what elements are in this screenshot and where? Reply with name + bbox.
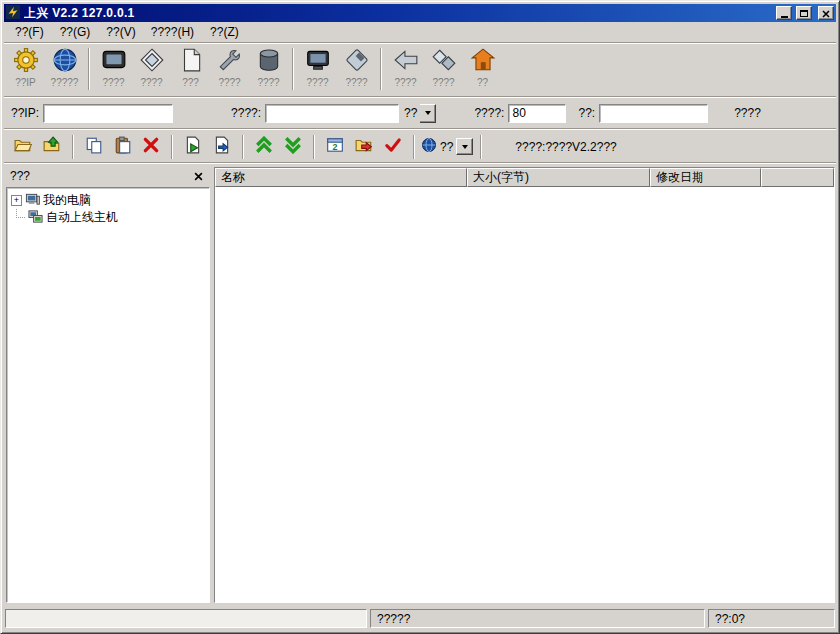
open-folder-button[interactable]	[10, 134, 36, 159]
copy-icon	[85, 136, 103, 157]
status-bar: ????? ??:0?	[4, 605, 836, 630]
document-icon	[178, 47, 204, 76]
transfer-button[interactable]: ????	[424, 46, 463, 94]
file-list-body[interactable]	[215, 187, 834, 602]
menu-item-h[interactable]: ????(H)	[143, 23, 202, 42]
tree-item-my-computer[interactable]: + 我的电脑	[9, 192, 207, 209]
online-hosts-button[interactable]: ?????	[45, 46, 84, 94]
encoding-dropdown-button[interactable]	[456, 138, 473, 155]
protocol-combo[interactable]: ??	[404, 104, 436, 123]
toolbar-separator	[72, 135, 74, 158]
computer-icon	[25, 192, 40, 210]
main-toolbar: ??IP ????? ???? ???? ??? ???? ????	[4, 44, 836, 96]
encoding-combo-label: ??	[440, 140, 453, 154]
menu-item-z[interactable]: ??(Z)	[202, 23, 247, 42]
target-input[interactable]	[265, 104, 399, 123]
menu-item-v[interactable]: ??(V)	[98, 23, 142, 42]
password-input[interactable]	[599, 104, 708, 123]
copy-button[interactable]	[81, 134, 107, 159]
home-icon	[470, 47, 496, 76]
transfer-icon	[431, 47, 457, 76]
file-toolbar-status: ????:????V2.2???	[515, 140, 616, 154]
scan-ip-button[interactable]: ??IP	[6, 46, 45, 94]
screen-control-button[interactable]: ????	[94, 46, 133, 94]
toolbar-separator	[171, 135, 173, 158]
toolbar-separator	[292, 48, 294, 90]
screen-capture-icon	[101, 47, 127, 76]
menu-bar: ??(F) ??(G) ??(V) ????(H) ??(Z)	[4, 22, 836, 42]
toolbar-separator	[380, 48, 382, 90]
ip-input[interactable]	[43, 104, 173, 123]
open-file-button[interactable]	[209, 134, 235, 159]
host-tree: + 我的电脑 自动上线主机	[6, 187, 210, 603]
sidebar-close-button[interactable]	[190, 169, 206, 183]
screen-view-button[interactable]: ????	[298, 46, 337, 94]
tree-expander[interactable]: +	[11, 195, 22, 206]
gear-icon	[13, 47, 39, 76]
tree-item-auto-online-hosts[interactable]: 自动上线主机	[9, 209, 207, 226]
toolbar-label: ??	[477, 77, 488, 88]
folder-up-icon	[43, 136, 61, 157]
toolbar-label: ????	[432, 77, 454, 88]
maximize-icon	[800, 10, 808, 17]
command-button[interactable]: ????	[133, 46, 171, 94]
toolbar-label: ????	[140, 77, 162, 88]
connection-bar: ??IP: ????: ?? ????: ??: ????	[4, 98, 836, 128]
toolbar-label: ????	[218, 77, 240, 88]
status-host-count: ??:0?	[708, 609, 835, 628]
download-button[interactable]	[280, 134, 306, 159]
port-label: ????:	[474, 106, 504, 120]
apply-button[interactable]	[380, 134, 406, 159]
toolbar-label: ????	[102, 77, 124, 88]
encoding-combo[interactable]: ??	[421, 137, 473, 156]
delete-x-icon	[142, 136, 160, 157]
paste-button[interactable]	[110, 134, 136, 159]
move-folder-button[interactable]	[351, 134, 377, 159]
status-message: ?????	[370, 609, 705, 628]
back-arrow-icon	[393, 47, 419, 76]
registry-button[interactable]: ????	[337, 46, 376, 94]
services-button[interactable]: ????	[249, 46, 288, 94]
back-button[interactable]: ????	[386, 46, 424, 94]
new-window-button[interactable]: 2	[322, 134, 348, 159]
upload-button[interactable]	[251, 134, 277, 159]
close-button[interactable]	[818, 6, 834, 20]
hosts-sidebar: ??? + 我的电脑 自动上线主机	[4, 166, 211, 604]
settings-button[interactable]: ????	[210, 46, 249, 94]
toolbar-label: ???	[182, 77, 199, 88]
delete-button[interactable]	[139, 134, 164, 159]
file-toolbar: 2 ?? ????:????V2.2???	[4, 130, 836, 162]
password-label: ??:	[578, 106, 595, 120]
double-down-arrow-icon	[284, 136, 302, 157]
tree-item-label: 自动上线主机	[46, 209, 118, 226]
column-header-filler	[761, 168, 834, 187]
sidebar-header: ???	[4, 166, 211, 186]
file-manager-button[interactable]: ???	[171, 46, 210, 94]
toolbar-label: ??IP	[15, 77, 36, 88]
parent-folder-button[interactable]	[39, 134, 65, 159]
page-go-icon	[213, 136, 231, 157]
port-input[interactable]	[508, 104, 566, 123]
column-header-size[interactable]: 大小(字节)	[467, 168, 650, 187]
file-panel: 名称 大小(字节) 修改日期	[214, 167, 835, 603]
maximize-button[interactable]	[796, 6, 812, 20]
target-label: ????:	[231, 106, 261, 120]
minimize-button[interactable]	[776, 6, 792, 20]
home-button[interactable]: ??	[463, 46, 502, 94]
menu-item-g[interactable]: ??(G)	[52, 23, 99, 42]
toolbar-label: ?????	[51, 77, 79, 88]
globe-small-icon	[421, 137, 437, 156]
protocol-dropdown-button[interactable]	[420, 104, 436, 123]
column-header-name[interactable]: 名称	[215, 168, 467, 187]
app-icon	[6, 5, 20, 22]
status-progress-box	[5, 609, 367, 628]
double-up-arrow-icon	[255, 136, 273, 157]
column-header-date[interactable]: 修改日期	[650, 168, 761, 187]
run-file-button[interactable]	[180, 134, 206, 159]
main-area: ??? + 我的电脑 自动上线主机 名	[4, 164, 836, 605]
folder-open-icon	[14, 136, 32, 157]
window-title: 上兴 V2.2 127.0.0.1	[24, 5, 772, 22]
connect-button[interactable]: ????	[734, 106, 761, 120]
menu-item-f[interactable]: ??(F)	[7, 23, 52, 42]
sidebar-title: ???	[10, 169, 190, 183]
